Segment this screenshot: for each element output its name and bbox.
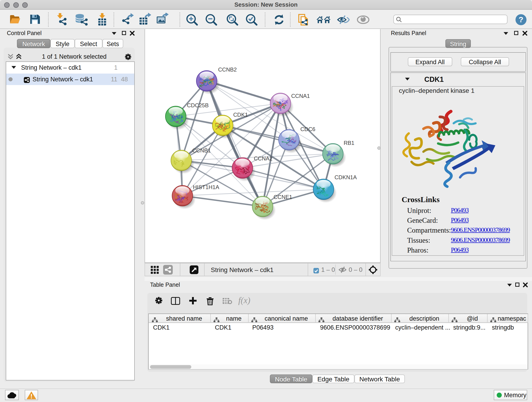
svg-text:HIST1H1A: HIST1H1A: [193, 184, 219, 190]
svg-text:RB1: RB1: [344, 140, 355, 146]
svg-text:?: ?: [519, 15, 524, 24]
svg-text:CCNE1: CCNE1: [273, 194, 292, 200]
svg-text:CCNA2: CCNA2: [254, 155, 272, 162]
svg-text:CDK1: CDK1: [233, 112, 248, 118]
svg-text:CCNB2: CCNB2: [218, 66, 237, 73]
svg-text:CCNA1: CCNA1: [291, 93, 310, 99]
svg-text:CDC25B: CDC25B: [187, 102, 209, 108]
svg-text:CDKN1A: CDKN1A: [335, 174, 357, 180]
svg-text:CDC6: CDC6: [300, 126, 315, 132]
svg-text:CCNB1: CCNB1: [192, 147, 211, 153]
